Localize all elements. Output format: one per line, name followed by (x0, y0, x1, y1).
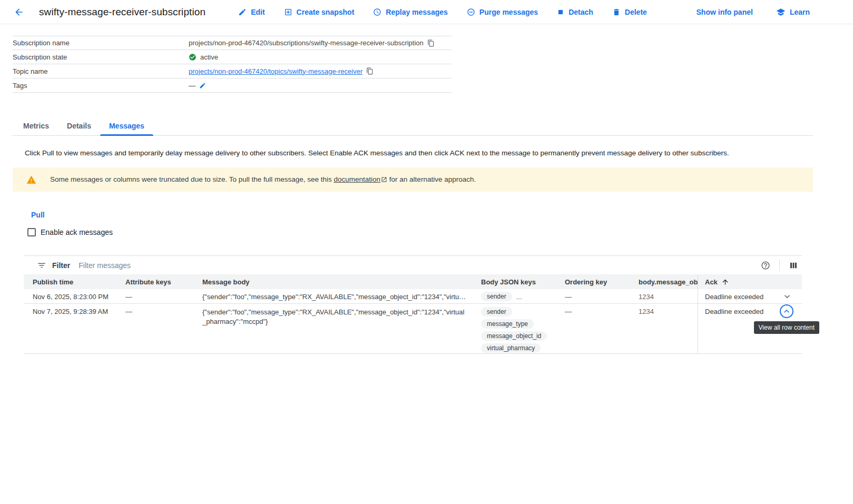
page-title: swifty-message-receiver-subscription (39, 6, 205, 18)
copy-icon[interactable] (366, 67, 374, 75)
delete-button[interactable]: Delete (612, 8, 647, 16)
summary-row-tags: Tags — (13, 78, 452, 93)
do-not-disturb-icon (467, 8, 475, 16)
arrow-back-icon (14, 7, 24, 17)
filter-input[interactable] (79, 261, 447, 270)
show-info-panel-button[interactable]: Show info panel (697, 8, 753, 16)
columns-icon (789, 261, 798, 270)
field-label: Tags (13, 82, 189, 90)
filter-icon (37, 261, 46, 270)
enable-ack-checkbox[interactable] (27, 228, 36, 236)
divider (779, 260, 780, 271)
body-json-keys-cell: sender ... (481, 289, 565, 303)
topic-link[interactable]: projects/non-prod-467420/topics/swifty-m… (189, 67, 362, 75)
edit-tags-icon[interactable] (199, 82, 206, 89)
col-ack[interactable]: Ack (698, 278, 802, 286)
filter-bar: Filter (24, 255, 802, 274)
publish-time-cell: Nov 6, 2025, 8:23:00 PM (24, 289, 125, 303)
appbar: swifty-message-receiver-subscription Edi… (0, 0, 853, 24)
col-body-message-ob[interactable]: body.message_ob (639, 278, 698, 286)
subscription-name-value: projects/non-prod-467420/subscriptions/s… (189, 39, 424, 47)
open-in-new-icon (381, 176, 387, 184)
help-icon (761, 261, 770, 270)
pull-button[interactable]: Pull (31, 211, 45, 219)
col-body-json-keys[interactable]: Body JSON keys (481, 278, 565, 286)
body-json-keys-cell: sender message_type message_object_id vi… (481, 304, 565, 353)
frozen-column-divider (698, 274, 698, 354)
sort-arrow-up-icon (721, 278, 729, 286)
chevron-up-icon (781, 306, 792, 317)
warning-banner: Some messages or columns were truncated … (13, 167, 813, 192)
square-icon (557, 8, 564, 16)
col-publish-time[interactable]: Publish time (24, 278, 125, 286)
toolbar: Edit Create snapshot Replay messages Pur… (238, 8, 647, 16)
detach-button[interactable]: Detach (557, 8, 593, 16)
table-row[interactable]: Nov 6, 2025, 8:23:00 PM — {"sender":"foo… (24, 289, 802, 304)
warning-text: Some messages or columns were truncated … (50, 175, 476, 184)
tags-value: — (189, 82, 195, 90)
subscription-state-value: active (200, 53, 218, 61)
summary-row-topic-name: Topic name projects/non-prod-467420/topi… (13, 64, 452, 78)
field-label: Topic name (13, 67, 189, 75)
ack-status: Deadline exceeded (705, 304, 763, 315)
subscription-summary: Subscription name projects/non-prod-4674… (13, 36, 452, 93)
clock-icon (373, 8, 381, 16)
pencil-icon (238, 8, 247, 16)
json-key-chip: sender (481, 307, 512, 317)
chevron-down-icon (782, 291, 792, 302)
messages-table: Filter Publish time Attribute keys Messa… (24, 255, 802, 354)
message-body-cell: {"sender":"foo","message_type":"RX_AVAIL… (202, 308, 481, 327)
summary-row-subscription-name: Subscription name projects/non-prod-4674… (13, 36, 452, 50)
create-snapshot-button[interactable]: Create snapshot (284, 8, 355, 16)
school-icon (776, 7, 786, 17)
json-key-chip: sender (481, 292, 512, 301)
tab-details[interactable]: Details (58, 117, 100, 135)
json-key-chip: message_type (481, 319, 534, 329)
warning-icon (26, 175, 36, 185)
col-message-body[interactable]: Message body (202, 278, 481, 286)
add-box-icon (284, 8, 292, 16)
help-button[interactable] (757, 257, 774, 274)
col-attribute-keys[interactable]: Attribute keys (125, 278, 202, 286)
filter-label: Filter (52, 261, 70, 270)
documentation-link[interactable]: documentation (334, 175, 381, 183)
tooltip: View all row content (754, 321, 820, 334)
replay-messages-button[interactable]: Replay messages (373, 8, 448, 16)
ack-cell: Deadline exceeded (698, 289, 802, 303)
trash-icon (612, 8, 621, 16)
attribute-keys-cell: — (125, 289, 202, 303)
col-ordering-key[interactable]: Ordering key (565, 278, 639, 286)
field-label: Subscription name (13, 39, 189, 47)
json-key-chip: virtual_pharmacy (481, 343, 541, 353)
ordering-key-cell: — (565, 289, 639, 303)
tab-messages[interactable]: Messages (100, 117, 153, 135)
tab-bar: Metrics Details Messages (13, 117, 813, 136)
message-body-cell: {"sender":"foo","message_type":"RX_AVAIL… (202, 289, 481, 303)
edit-button[interactable]: Edit (238, 8, 264, 16)
table-row-expanded[interactable]: Nov 7, 2025, 9:28:39 AM — {"sender":"foo… (24, 304, 802, 354)
back-button[interactable] (8, 2, 30, 23)
purge-messages-button[interactable]: Purge messages (467, 8, 538, 16)
json-key-chip: message_object_id (481, 331, 547, 341)
enable-ack-label: Enable ack messages (41, 228, 113, 236)
summary-row-subscription-state: Subscription state active (13, 50, 452, 64)
attribute-keys-cell: — (125, 304, 202, 353)
tab-metrics[interactable]: Metrics (14, 117, 58, 135)
messages-description: Click Pull to view messages and temporar… (25, 149, 813, 157)
table-header-row: Publish time Attribute keys Message body… (24, 274, 802, 289)
body-message-ob-cell: 1234 (639, 304, 698, 353)
ack-status: Deadline exceeded (705, 289, 763, 301)
check-circle-icon (189, 53, 197, 61)
learn-button[interactable]: Learn (776, 7, 810, 17)
column-display-button[interactable] (785, 257, 802, 274)
expand-row-button[interactable] (781, 290, 793, 303)
ordering-key-cell: — (565, 304, 639, 353)
copy-icon[interactable] (427, 39, 435, 47)
ack-cell: Deadline exceeded View all row content (698, 304, 802, 353)
field-label: Subscription state (13, 53, 189, 61)
publish-time-cell: Nov 7, 2025, 9:28:39 AM (24, 304, 125, 353)
more-keys-indicator: ... (516, 293, 522, 301)
body-message-ob-cell: 1234 (639, 289, 698, 303)
collapse-row-button[interactable] (780, 304, 793, 318)
